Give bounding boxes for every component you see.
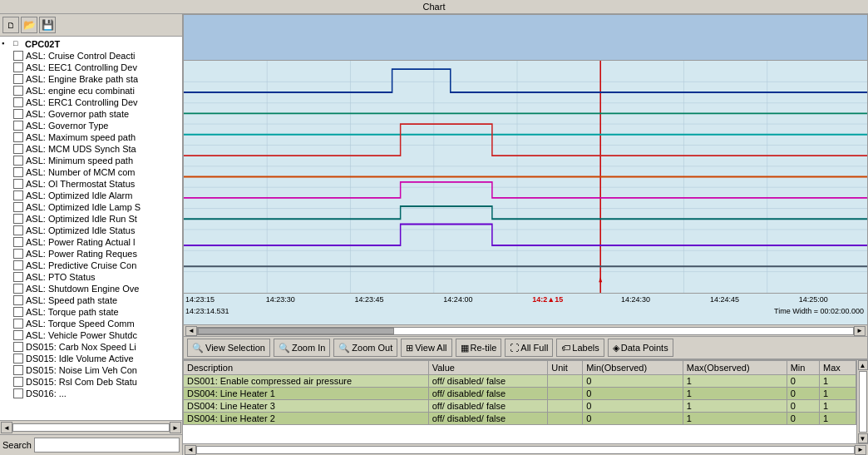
tree-item-checkbox[interactable] [13,237,23,247]
tree-item-checkbox[interactable] [13,144,23,154]
tree-item-checkbox[interactable] [13,225,23,235]
tree-item-checkbox[interactable] [13,260,23,270]
table-cell: 1 [820,400,856,413]
tree-item[interactable]: DS015: Carb Nox Speed Li [0,341,182,353]
view-all-button[interactable]: ⊞ View All [401,339,451,357]
tree-item[interactable]: ASL: Shutdown Engine Ove [0,283,182,294]
tree-item-checkbox[interactable] [13,284,23,294]
tree-item[interactable]: ASL: EEC1 Controlling Dev [0,62,182,73]
table-row[interactable]: DS004: Line Heater 3off/ disabled/ false… [184,400,856,413]
scroll-left-btn[interactable]: ◄ [185,326,197,336]
tree-item-checkbox[interactable] [13,272,23,282]
tree-item-checkbox[interactable] [13,86,23,96]
table-hscroll-right[interactable]: ► [855,445,866,455]
tree-item-checkbox[interactable] [13,388,23,398]
view-selection-button[interactable]: 🔍 View Selection [187,339,270,357]
chart-scroll-thumb[interactable] [198,328,394,334]
tree-item[interactable]: ASL: Torque path state [0,306,182,318]
scroll-left-button[interactable]: ◄ [1,422,12,433]
tree-item[interactable]: ASL: MCM UDS Synch Sta [0,143,182,155]
col-value: Value [428,361,548,375]
table-hscroll-track[interactable] [196,446,855,454]
tree-item-checkbox[interactable] [13,330,23,340]
tree-item[interactable]: ASL: Vehicle Power Shutdc [0,329,182,341]
tree-item-checkbox[interactable] [13,295,23,305]
tree-item[interactable]: DS015: Noise Lim Veh Con [0,364,182,376]
tree-item[interactable]: ASL: Maximum speed path [0,131,182,143]
tree-item[interactable]: ASL: Power Rating Reques [0,248,182,260]
tree-item-checkbox[interactable] [13,51,23,61]
table-scroll-down-btn[interactable]: ▼ [858,433,868,443]
tree-item-checkbox[interactable] [13,167,23,177]
tree-item-checkbox[interactable] [13,97,23,107]
tree-item[interactable]: ASL: Power Rating Actual l [0,236,182,248]
table-scroll-up-btn[interactable]: ▲ [858,360,868,370]
tree-item[interactable]: ASL: Optimized Idle Status [0,225,182,236]
tree-item-checkbox[interactable] [13,319,23,329]
tree-item[interactable]: ASL: Governor Type [0,120,182,131]
table-row[interactable]: DS004: Line Heater 2off/ disabled/ false… [184,413,856,425]
tree-item-checkbox[interactable] [13,62,23,72]
tree-item[interactable]: ASL: Predictive Cruise Con [0,260,182,271]
tree-item-checkbox[interactable] [13,132,23,142]
tree-root: ▪ □ CPC02T ASL: Cruise Control DeactiASL… [0,37,182,401]
tree-item-checkbox[interactable] [13,109,23,119]
tree-item-checkbox[interactable] [13,307,23,317]
table-scrollbar[interactable]: ▲ ▼ [856,360,868,443]
tree-item[interactable]: DS015: Rsl Com Deb Statu [0,376,182,388]
tree-item[interactable]: ASL: Engine Brake path sta [0,73,182,85]
table-hscroll-left[interactable]: ◄ [185,445,196,455]
table-row[interactable]: DS001: Enable compressed air pressureoff… [184,375,856,388]
zoom-in-button[interactable]: 🔍 Zoom In [274,339,330,357]
labels-button[interactable]: 🏷 Labels [556,339,604,357]
scroll-right-button[interactable]: ► [170,422,181,433]
tree-item-checkbox[interactable] [13,354,23,364]
tree-item[interactable]: ASL: Optimized Idle Lamp S [0,201,182,213]
tree-item-checkbox[interactable] [13,121,23,131]
tree-item[interactable]: ASL: Minimum speed path [0,155,182,166]
tree-item-checkbox[interactable] [13,214,23,224]
tree-item[interactable]: DS015: Idle Volume Active [0,353,182,364]
tree-area[interactable]: ▪ □ CPC02T ASL: Cruise Control DeactiASL… [0,37,182,420]
tree-item-checkbox[interactable] [13,365,23,375]
tree-item-checkbox[interactable] [13,190,23,200]
chart-scroll-track[interactable] [197,327,854,335]
data-points-button[interactable]: ◈ Data Points [608,339,673,357]
tree-item[interactable]: ASL: OI Thermostat Status [0,178,182,190]
tree-item-checkbox[interactable] [13,377,23,387]
table-scroll-track[interactable] [859,371,867,433]
re-tile-button[interactable]: ▦ Re-tile [456,339,502,357]
tree-item[interactable]: ASL: Optimized Idle Alarm [0,190,182,201]
tree-item[interactable]: ASL: Number of MCM com [0,166,182,178]
search-input[interactable] [34,438,180,453]
scroll-track[interactable] [12,423,170,432]
scroll-right-btn[interactable]: ► [854,326,866,336]
tree-item[interactable]: DS016: ... [0,388,182,399]
all-full-button[interactable]: ⛶ All Full [505,339,553,357]
new-button[interactable]: 🗋 [2,17,19,33]
table-scroll[interactable]: Description Value Unit Min(Observed) Max… [183,360,856,443]
save-button[interactable]: 💾 [39,17,56,33]
tree-item-label: DS015: Carb Nox Speed Li [26,342,136,352]
tree-item-checkbox[interactable] [13,179,23,189]
data-points-icon: ◈ [613,343,619,354]
table-row[interactable]: DS004: Line Heater 1off/ disabled/ false… [184,388,856,400]
tree-item[interactable]: ASL: Torque Speed Comm [0,318,182,329]
tree-item[interactable]: ASL: Speed path state [0,294,182,306]
tree-item-checkbox[interactable] [13,249,23,259]
tree-item-checkbox[interactable] [13,74,23,84]
tree-item[interactable]: ASL: PTO Status [0,271,182,283]
tree-root-item[interactable]: ▪ □ CPC02T [0,38,182,50]
tree-item[interactable]: ASL: engine ecu combinati [0,85,182,96]
tree-item[interactable]: ASL: Optimized Idle Run St [0,213,182,225]
tree-item[interactable]: ASL: Cruise Control Deacti [0,50,182,62]
open-button[interactable]: 📂 [21,17,37,33]
chart-grid[interactable] [184,61,867,293]
tree-item-label: ASL: Optimized Idle Run St [26,214,137,224]
tree-item[interactable]: ASL: ERC1 Controlling Dev [0,96,182,108]
zoom-out-button[interactable]: 🔍 Zoom Out [333,339,397,357]
tree-item[interactable]: ASL: Governor path state [0,108,182,120]
tree-item-checkbox[interactable] [13,342,23,352]
tree-item-checkbox[interactable] [13,202,23,212]
tree-item-checkbox[interactable] [13,156,23,166]
